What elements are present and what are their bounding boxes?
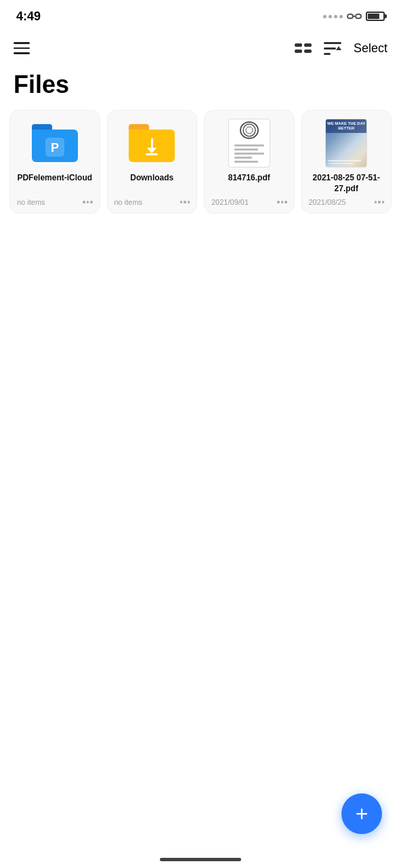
file-card-2021-photo[interactable]: WE MAKE THE DAYBETTER 2021-08-25 07-51-2… [301, 110, 392, 214]
add-icon: + [356, 803, 368, 825]
home-indicator [160, 858, 241, 861]
add-fab-button[interactable]: + [341, 793, 382, 834]
folder-icon-container [127, 119, 176, 167]
pdf-content-lines [232, 142, 267, 165]
file-card-814716[interactable]: 814716.pdf 2021/09/01 [204, 110, 295, 214]
pdf-thumbnail [228, 119, 270, 167]
svg-rect-4 [324, 47, 336, 50]
signal-dots-icon [323, 15, 343, 18]
folder-icon-container: P [30, 119, 79, 167]
photo-banner: WE MAKE THE DAYBETTER [326, 119, 366, 133]
link-icon [347, 12, 362, 21]
svg-point-9 [243, 124, 255, 136]
svg-marker-6 [336, 46, 341, 50]
files-grid: P PDFelement-iCloud no items [0, 110, 401, 214]
blue-folder-icon: P [32, 124, 78, 162]
sort-button[interactable] [324, 41, 341, 56]
status-icons [323, 12, 385, 21]
more-options-button[interactable] [83, 201, 93, 203]
file-meta-row: no items [114, 198, 190, 206]
yellow-folder-icon [129, 124, 175, 162]
page-title: Files [0, 66, 401, 110]
more-options-button[interactable] [180, 201, 190, 203]
status-bar: 4:49 [0, 0, 401, 30]
nav-right-actions: Select [295, 41, 387, 56]
view-toggle-button[interactable] [295, 43, 312, 53]
file-meta-row: 2021/09/01 [211, 198, 287, 206]
svg-point-10 [246, 127, 253, 134]
svg-rect-1 [356, 14, 361, 18]
file-meta-row: 2021/08/25 [309, 198, 385, 206]
file-meta-text: no items [114, 198, 143, 206]
svg-text:P: P [51, 141, 59, 155]
svg-rect-3 [324, 42, 341, 44]
select-button[interactable]: Select [354, 41, 387, 56]
download-arrow-icon [146, 138, 158, 155]
seal-graphic [240, 121, 259, 139]
svg-rect-0 [347, 14, 353, 18]
svg-rect-5 [324, 53, 331, 55]
file-name: 2021-08-25 07-51-27.pdf [309, 173, 385, 194]
photo-pdf-icon-container: WE MAKE THE DAYBETTER [322, 119, 371, 167]
file-meta-text: 2021/09/01 [211, 198, 249, 206]
more-options-button[interactable] [375, 201, 385, 203]
menu-button[interactable] [14, 42, 30, 54]
pdf-icon-container [225, 119, 274, 167]
battery-icon [366, 12, 385, 21]
file-meta-text: 2021/08/25 [309, 198, 346, 206]
file-name: Downloads [130, 173, 173, 184]
more-options-button[interactable] [277, 201, 287, 203]
file-meta-text: no items [17, 198, 45, 206]
file-meta-row: no items [17, 198, 93, 206]
file-card-pdelement-icloud[interactable]: P PDFelement-iCloud no items [9, 110, 100, 214]
file-card-downloads[interactable]: Downloads no items [107, 110, 198, 214]
file-name: PDFelement-iCloud [17, 173, 92, 184]
file-name: 814716.pdf [228, 173, 270, 184]
photo-pdf-thumbnail: WE MAKE THE DAYBETTER [325, 119, 367, 167]
status-time: 4:49 [16, 9, 41, 24]
top-nav: Select [0, 30, 401, 66]
